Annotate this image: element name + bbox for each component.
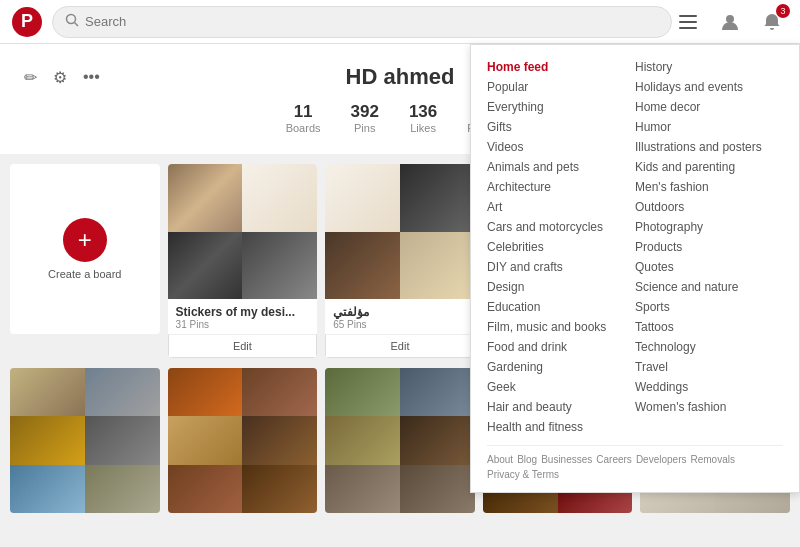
dropdown-item-illustrations[interactable]: Illustrations and posters	[635, 137, 783, 157]
boards-stat[interactable]: 11 Boards	[286, 102, 321, 134]
dropdown-item-humor[interactable]: Humor	[635, 117, 783, 137]
dropdown-item-gifts[interactable]: Gifts	[487, 117, 635, 137]
dropdown-item-products[interactable]: Products	[635, 237, 783, 257]
category-dropdown: Home feed Popular Everything Gifts Video…	[470, 44, 800, 493]
logo-letter: P	[21, 11, 33, 32]
likes-count: 136	[409, 102, 437, 122]
dropdown-item-history[interactable]: History	[635, 57, 783, 77]
dropdown-col-2: History Holidays and events Home decor H…	[635, 57, 783, 437]
more-options-button[interactable]: •••	[79, 64, 104, 91]
svg-point-5	[726, 15, 734, 23]
bottom-img-3f	[400, 465, 475, 513]
dropdown-item-sports[interactable]: Sports	[635, 297, 783, 317]
bottom-img-1d	[85, 416, 160, 464]
dropdown-item-food[interactable]: Food and drink	[487, 337, 635, 357]
dropdown-item-design[interactable]: Design	[487, 277, 635, 297]
dropdown-item-home-feed[interactable]: Home feed	[487, 57, 635, 77]
footer-developers[interactable]: Developers	[636, 454, 687, 465]
dropdown-item-education[interactable]: Education	[487, 297, 635, 317]
dropdown-item-videos[interactable]: Videos	[487, 137, 635, 157]
create-board-card[interactable]: + Create a board	[10, 164, 160, 334]
header: P 3	[0, 0, 800, 44]
dropdown-item-womens-fashion[interactable]: Women's fashion	[635, 397, 783, 417]
board-img-2d	[400, 232, 475, 300]
bottom-img-card-1[interactable]	[10, 368, 160, 513]
hamburger-menu-button[interactable]	[672, 6, 704, 38]
dropdown-item-outdoors[interactable]: Outdoors	[635, 197, 783, 217]
bottom-img-1e	[10, 465, 85, 513]
board-edit-btn-1[interactable]: Edit	[168, 334, 318, 358]
settings-button[interactable]: ⚙	[49, 64, 71, 91]
board-img-2a	[325, 164, 400, 232]
footer-about[interactable]: About	[487, 454, 513, 465]
footer-blog[interactable]: Blog	[517, 454, 537, 465]
dropdown-item-everything[interactable]: Everything	[487, 97, 635, 117]
dropdown-item-art[interactable]: Art	[487, 197, 635, 217]
bottom-img-1f	[85, 465, 160, 513]
search-bar[interactable]	[52, 6, 672, 38]
dropdown-item-mens-fashion[interactable]: Men's fashion	[635, 177, 783, 197]
dropdown-item-weddings[interactable]: Weddings	[635, 377, 783, 397]
bottom-img-2b	[242, 368, 317, 416]
dropdown-item-technology[interactable]: Technology	[635, 337, 783, 357]
bottom-img-card-3[interactable]	[325, 368, 475, 513]
svg-rect-2	[679, 15, 697, 17]
bottom-mosaic-2	[168, 368, 318, 513]
board-card-2[interactable]: مؤلفتي 65 Pins Edit	[325, 164, 475, 358]
dropdown-item-architecture[interactable]: Architecture	[487, 177, 635, 197]
footer-privacy[interactable]: Privacy & Terms	[487, 469, 559, 480]
edit-profile-button[interactable]: ✏	[20, 64, 41, 91]
search-input[interactable]	[85, 14, 659, 29]
pins-stat[interactable]: 392 Pins	[351, 102, 379, 134]
footer-businesses[interactable]: Businesses	[541, 454, 592, 465]
header-right: 3	[672, 6, 788, 38]
board-info-1: Stickers of my desi... 31 Pins	[168, 299, 318, 334]
dropdown-item-kids[interactable]: Kids and parenting	[635, 157, 783, 177]
bottom-img-3b	[400, 368, 475, 416]
board-img-1c	[168, 232, 243, 300]
bottom-img-3c	[325, 416, 400, 464]
bottom-img-card-2[interactable]	[168, 368, 318, 513]
create-board-label: Create a board	[48, 268, 121, 280]
dropdown-item-geek[interactable]: Geek	[487, 377, 635, 397]
dropdown-item-quotes[interactable]: Quotes	[635, 257, 783, 277]
board-img-1b	[242, 164, 317, 232]
dropdown-item-animals[interactable]: Animals and pets	[487, 157, 635, 177]
board-edit-btn-2[interactable]: Edit	[325, 334, 475, 358]
pinterest-logo[interactable]: P	[12, 7, 42, 37]
dropdown-item-home-decor[interactable]: Home decor	[635, 97, 783, 117]
board-img-2b	[400, 164, 475, 232]
notification-badge: 3	[776, 4, 790, 18]
board-title-1: Stickers of my desi...	[176, 305, 310, 319]
footer-careers[interactable]: Careers	[596, 454, 632, 465]
dropdown-item-diy[interactable]: DIY and crafts	[487, 257, 635, 277]
dropdown-item-photography[interactable]: Photography	[635, 217, 783, 237]
bottom-img-1c	[10, 416, 85, 464]
notifications-button[interactable]: 3	[756, 6, 788, 38]
footer-removals[interactable]: Removals	[690, 454, 734, 465]
dropdown-item-popular[interactable]: Popular	[487, 77, 635, 97]
board-pins-2: 65 Pins	[333, 319, 467, 330]
user-avatar[interactable]	[714, 6, 746, 38]
dropdown-item-health[interactable]: Health and fitness	[487, 417, 635, 437]
dropdown-item-gardening[interactable]: Gardening	[487, 357, 635, 377]
dropdown-item-travel[interactable]: Travel	[635, 357, 783, 377]
board-card-1[interactable]: Stickers of my desi... 31 Pins Edit	[168, 164, 318, 358]
dropdown-item-holidays[interactable]: Holidays and events	[635, 77, 783, 97]
bottom-img-2e	[168, 465, 243, 513]
bottom-img-2d	[242, 416, 317, 464]
dropdown-columns: Home feed Popular Everything Gifts Video…	[471, 57, 799, 437]
board-img-1a	[168, 164, 243, 232]
dropdown-item-hair[interactable]: Hair and beauty	[487, 397, 635, 417]
dropdown-item-celebrities[interactable]: Celebrities	[487, 237, 635, 257]
dropdown-item-tattoos[interactable]: Tattoos	[635, 317, 783, 337]
bottom-mosaic-1	[10, 368, 160, 513]
bottom-img-2f	[242, 465, 317, 513]
dropdown-item-film[interactable]: Film, music and books	[487, 317, 635, 337]
svg-point-0	[67, 15, 76, 24]
dropdown-item-cars[interactable]: Cars and motorcycles	[487, 217, 635, 237]
svg-line-1	[75, 23, 79, 27]
likes-stat[interactable]: 136 Likes	[409, 102, 437, 134]
board-img-2c	[325, 232, 400, 300]
dropdown-item-science[interactable]: Science and nature	[635, 277, 783, 297]
